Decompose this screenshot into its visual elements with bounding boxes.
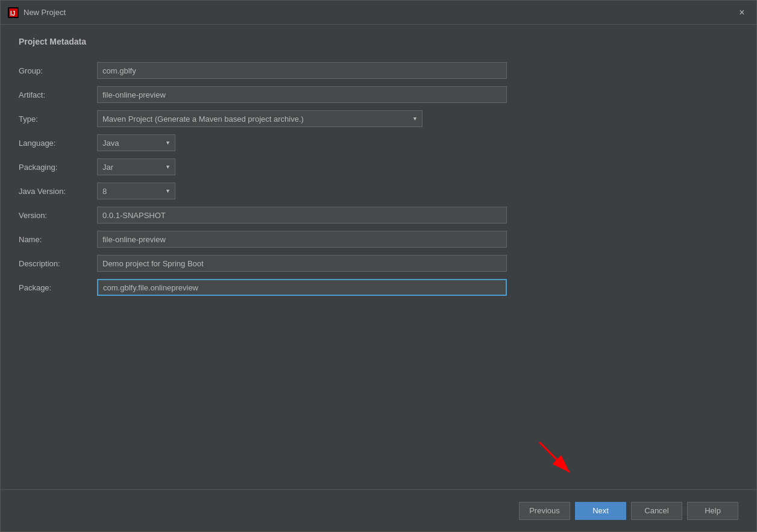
form-grid: Group: Artifact: Type: Maven Project (Ge…	[19, 58, 738, 299]
artifact-field	[97, 83, 738, 107]
java-version-label: Java Version:	[19, 182, 97, 201]
artifact-input[interactable]	[97, 86, 507, 103]
dialog-title: New Project	[24, 8, 735, 17]
dialog-content: Project Metadata Group: Artifact: Type: …	[1, 25, 756, 489]
artifact-label: Artifact:	[19, 86, 97, 104]
package-field	[97, 275, 738, 299]
type-select[interactable]: Maven Project (Generate a Maven based pr…	[97, 110, 422, 127]
description-input[interactable]	[97, 255, 507, 272]
group-label: Group:	[19, 61, 97, 80]
version-input[interactable]	[97, 207, 507, 224]
previous-button[interactable]: Previous	[519, 502, 570, 520]
package-label: Package:	[19, 278, 97, 297]
svg-line-4	[539, 442, 570, 472]
group-input[interactable]	[97, 62, 507, 79]
name-input[interactable]	[97, 231, 507, 248]
name-field	[97, 227, 738, 251]
dialog-footer: Previous Next Cancel Help	[1, 489, 756, 531]
new-project-dialog: IJ New Project × Project Metadata Group:…	[0, 0, 757, 532]
java-version-select-wrapper: 8 11 17	[97, 183, 175, 199]
group-field	[97, 58, 738, 83]
arrow-indicator	[533, 439, 582, 483]
help-button[interactable]: Help	[687, 502, 738, 520]
package-input[interactable]	[97, 279, 507, 296]
java-version-field: 8 11 17	[97, 179, 738, 203]
name-label: Name:	[19, 230, 97, 249]
description-label: Description:	[19, 254, 97, 273]
type-field: Maven Project (Generate a Maven based pr…	[97, 107, 738, 131]
close-button[interactable]: ×	[735, 5, 749, 20]
language-select-wrapper: Java Kotlin Groovy	[97, 134, 175, 151]
packaging-field: Jar War	[97, 155, 738, 179]
app-icon: IJ	[8, 7, 19, 18]
type-label: Type:	[19, 110, 97, 128]
description-field	[97, 251, 738, 275]
version-field	[97, 203, 738, 227]
packaging-label: Packaging:	[19, 158, 97, 177]
version-label: Version:	[19, 206, 97, 225]
next-button[interactable]: Next	[575, 502, 626, 520]
svg-text:IJ: IJ	[10, 10, 15, 17]
language-select[interactable]: Java Kotlin Groovy	[97, 134, 175, 151]
title-bar: IJ New Project ×	[1, 1, 756, 25]
language-label: Language:	[19, 134, 97, 152]
packaging-select-wrapper: Jar War	[97, 158, 175, 175]
type-select-wrapper: Maven Project (Generate a Maven based pr…	[97, 110, 422, 127]
java-version-select[interactable]: 8 11 17	[97, 183, 175, 199]
language-field: Java Kotlin Groovy	[97, 131, 738, 155]
section-title: Project Metadata	[19, 37, 738, 46]
packaging-select[interactable]: Jar War	[97, 158, 175, 175]
cancel-button[interactable]: Cancel	[631, 502, 682, 520]
